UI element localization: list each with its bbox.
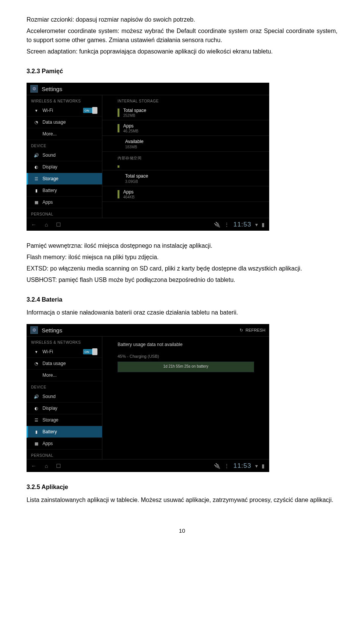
paragraph: EXTSD: po włączeniu media scanning on SD… [27,264,337,273]
settings-title: Settings [42,86,62,92]
paragraph: Pamięć wewnętrzna: ilość miejsca dostępn… [27,241,337,250]
sidebar-section-wireless: WIRELESS & NETWORKS [27,95,102,105]
sidebar-item-label: Storage [42,417,58,423]
storage-total-row[interactable]: Total space 252MB [102,105,269,120]
sidebar-section-device: DEVICE [27,381,102,391]
sidebar-section-device: DEVICE [27,140,102,149]
sidebar-item-storage[interactable]: ☰ Storage [27,173,102,185]
sidebar-item-label: Display [42,406,57,411]
battery-message: Battery usage data not available [102,337,269,351]
sidebar-item-apps[interactable]: ▦ Apps [27,438,102,450]
apps-icon: ▦ [34,441,39,446]
usage-bar [118,109,119,117]
sidebar-item-label: Apps [42,441,53,446]
storage-total2-text[interactable]: Total space 3.09GB [102,170,269,186]
blank-icon [34,373,39,378]
wifi-icon: ▾ [34,108,39,113]
refresh-button[interactable]: ↻ REFRESH [240,328,265,333]
storage-label: Total space [123,108,146,113]
storage-label: Total space [125,173,148,179]
data-usage-icon: ◔ [34,361,39,366]
settings-main: INTERNAL STORAGE Total space 252MB Apps … [102,95,269,218]
recent-icon[interactable]: ☐ [56,222,61,228]
settings-sidebar: WIRELESS & NETWORKS ▾ Wi-Fi ON ◔ Data us… [27,337,102,459]
display-icon: ◐ [34,406,39,411]
sidebar-section-personal: PERSONAL [27,208,102,218]
sidebar-section-personal: PERSONAL [27,450,102,459]
section-heading: 3.2.5 Aplikacje [27,483,337,492]
wifi-toggle[interactable]: ON [83,349,97,354]
settings-main: Battery usage data not available 45% - C… [102,337,269,459]
storage-total2-row[interactable] [102,162,269,170]
sidebar-item-wifi[interactable]: ▾ Wi-Fi ON [27,105,102,116]
refresh-label: REFRESH [245,328,265,332]
battery-time: 1d 21h 55m 25s on battery [163,364,209,368]
sound-icon: 🔊 [34,153,39,157]
storage-value: 183MB [125,145,263,149]
sidebar-item-sound[interactable]: 🔊 Sound [27,391,102,403]
sidebar-item-label: Sound [42,153,56,158]
battery-icon: ▮ [34,429,39,434]
storage-value: 252MB [123,113,146,118]
sidebar-item-battery[interactable]: ▮ Battery [27,426,102,438]
storage-icon: ☰ [34,418,39,422]
apps-icon: ▦ [34,200,39,205]
sidebar-item-more[interactable]: More... [27,128,102,140]
battery-graph[interactable]: 1d 21h 55m 25s on battery [118,362,254,372]
sidebar-item-display[interactable]: ◐ Display [27,161,102,173]
sidebar-item-label: Display [42,164,57,170]
settings-icon: ⚙ [30,326,38,334]
debug-icon: ⋮ [224,463,229,469]
sidebar-item-label: Battery [42,429,57,434]
storage-apps-row[interactable]: Apps 46.25MB [102,120,269,136]
sidebar-item-wifi[interactable]: ▾ Wi-Fi ON [27,346,102,358]
storage-label: Apps [123,189,135,195]
paragraph: Screen adaptation: funkcja poprawiająca … [27,47,337,56]
home-icon[interactable]: ⌂ [45,222,48,228]
storage-available-row[interactable]: Available 183MB [102,136,269,152]
wifi-status-icon: ▾ [255,463,258,469]
display-icon: ◐ [34,165,39,169]
wifi-toggle[interactable]: ON [83,108,97,113]
refresh-icon: ↻ [240,328,243,333]
wifi-status-icon: ▾ [255,222,258,228]
blank-icon [34,132,39,136]
recent-icon[interactable]: ☐ [56,463,61,469]
usage-bar [118,190,119,198]
storage-apps2-row[interactable]: Apps 464KB [102,186,269,202]
settings-storage-screenshot: ⚙ Settings WIRELESS & NETWORKS ▾ Wi-Fi O… [27,83,269,231]
sidebar-item-more[interactable]: More... [27,370,102,381]
page-number: 10 [27,527,337,534]
home-icon[interactable]: ⌂ [45,463,48,469]
sidebar-item-display[interactable]: ◐ Display [27,403,102,414]
settings-battery-screenshot: ⚙ Settings ↻ REFRESH WIRELESS & NETWORKS… [27,324,269,472]
sidebar-item-label: More... [42,131,56,137]
storage-value: 46.25MB [123,129,138,133]
settings-icon: ⚙ [30,85,38,93]
settings-sidebar: WIRELESS & NETWORKS ▾ Wi-Fi ON ◔ Data us… [27,95,102,218]
sidebar-item-label: Data usage [42,120,66,125]
back-icon[interactable]: ← [31,463,36,469]
sidebar-item-data-usage[interactable]: ◔ Data usage [27,116,102,128]
sidebar-item-sound[interactable]: 🔊 Sound [27,149,102,161]
sidebar-item-label: Wi-Fi [42,349,53,354]
sidebar-section-wireless: WIRELESS & NETWORKS [27,337,102,346]
clock: 11:53 [233,462,251,470]
sidebar-item-data-usage[interactable]: ◔ Data usage [27,358,102,370]
wifi-icon: ▾ [34,349,39,354]
sidebar-item-label: Wi-Fi [42,108,53,113]
sidebar-item-label: Storage [42,176,58,181]
paragraph: Informacja o stanie naładowania baterii … [27,308,337,317]
clock: 11:53 [233,221,251,228]
usage-bar [118,124,119,132]
sidebar-item-label: Data usage [42,361,66,366]
sidebar-item-storage[interactable]: ☰ Storage [27,414,102,426]
sidebar-item-apps[interactable]: ▦ Apps [27,197,102,208]
sidebar-item-battery[interactable]: ▮ Battery [27,185,102,197]
sidebar-item-label: Battery [42,188,57,193]
back-icon[interactable]: ← [31,222,36,228]
storage-icon: ☰ [34,176,39,181]
battery-status-icon: ▮ [262,463,265,469]
settings-header: ⚙ Settings [27,83,269,95]
battery-status-icon: ▮ [262,222,265,228]
